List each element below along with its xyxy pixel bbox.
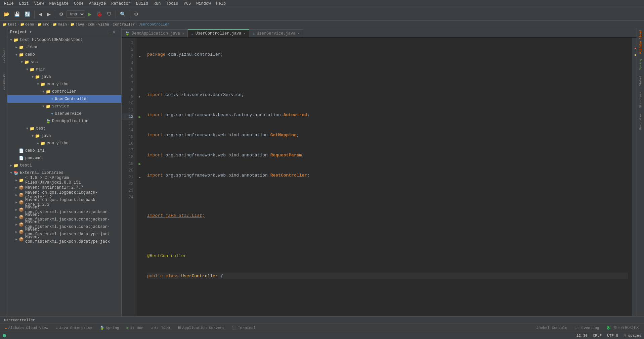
bc-yizhu[interactable]: yizhu bbox=[98, 22, 109, 27]
arrow-maven-jackson3: ▶ bbox=[14, 223, 19, 227]
menu-navigate[interactable]: Navigate bbox=[46, 1, 71, 7]
code-line-1: package com.yizhu.controller; bbox=[147, 51, 628, 58]
tree-item-com-yizhu[interactable]: ▼ 📁 com.yizhu bbox=[7, 81, 121, 88]
bottom-tab-alibaba[interactable]: ☁ Alibaba Cloud View bbox=[1, 325, 51, 331]
tree-item-java2[interactable]: ▼ 📁 java bbox=[7, 132, 121, 140]
toolbar-run-config[interactable]: ⚙ bbox=[57, 10, 65, 18]
bc-com[interactable]: com bbox=[88, 22, 94, 27]
menu-build[interactable]: Build bbox=[133, 1, 151, 7]
icon-test-sub: 📁 bbox=[30, 126, 35, 131]
tree-item-userservice[interactable]: ● UserService bbox=[7, 110, 121, 117]
icon-maven-antlr: 📦 bbox=[19, 185, 24, 190]
toolbar-debug-btn[interactable]: 🐞 bbox=[95, 10, 104, 18]
toolbar-settings-btn[interactable]: ⚙ bbox=[132, 10, 140, 18]
icon-java2: 📁 bbox=[35, 134, 40, 139]
tree-item-demo-iml[interactable]: 📄 demo.iml bbox=[7, 147, 121, 154]
bottom-tab-java-enterprise[interactable]: ☕ Java Enterprise bbox=[52, 325, 96, 331]
bottom-tab-app-servers[interactable]: 🖥 Application Servers bbox=[174, 325, 228, 331]
menu-analyze[interactable]: Analyze bbox=[86, 1, 109, 7]
right-icon-jrebel[interactable]: JRebel bbox=[638, 75, 643, 87]
tab-demoapplication[interactable]: 🍃 DemoApplication.java ✕ bbox=[122, 29, 188, 37]
menu-refactor[interactable]: Refactor bbox=[109, 1, 133, 7]
menu-window[interactable]: Window bbox=[194, 1, 213, 7]
tab-close-demoapplication[interactable]: ✕ bbox=[182, 32, 184, 36]
icon-test1: 📁 bbox=[13, 163, 18, 168]
tree-item-jdk[interactable]: ▶ 📁 < 1.8 > C:\Program Files\Java\jdk1.8… bbox=[7, 177, 121, 184]
tree-item-demo[interactable]: ▼ 📁 demo bbox=[7, 51, 121, 58]
toolbar-sync-btn[interactable]: 🔄 bbox=[23, 10, 32, 18]
status-position[interactable]: 12:30 bbox=[576, 334, 588, 338]
menu-tools[interactable]: Tools bbox=[164, 1, 181, 7]
right-icon-alibaba[interactable]: Alibaba Cloud bbox=[638, 30, 643, 54]
left-icon-project[interactable]: Project bbox=[1, 50, 6, 64]
sidebar-icon-minimize[interactable]: — bbox=[116, 30, 119, 34]
toolbar-back-btn[interactable]: ◀ bbox=[37, 10, 44, 18]
icon-idea: 📁 bbox=[19, 45, 24, 50]
label-controller: controller bbox=[52, 89, 76, 94]
tree-item-test1[interactable]: ▶ 📁 test1 bbox=[7, 162, 121, 169]
sidebar-icon-settings[interactable]: ⚙ bbox=[113, 30, 115, 34]
menu-edit[interactable]: Edit bbox=[16, 1, 32, 7]
bottom-tab-run[interactable]: ▶ 1: Run bbox=[123, 325, 147, 331]
tree-item-pom-xml[interactable]: 📄 pom.xml bbox=[7, 154, 121, 162]
tab-close-usercontroller[interactable]: ✕ bbox=[244, 32, 246, 36]
tree-item-src[interactable]: ▼ 📁 src bbox=[7, 58, 121, 66]
toolbar-search-btn[interactable]: 🔍 bbox=[118, 10, 127, 18]
bc-src[interactable]: 📁 src bbox=[38, 22, 49, 27]
left-icon-structure[interactable]: Structure bbox=[1, 73, 6, 91]
icon-maven-logback2: 📦 bbox=[19, 200, 24, 205]
tree-item-test-sub[interactable]: ▼ 📁 test bbox=[7, 125, 121, 132]
toolbar-save-btn[interactable]: 💾 bbox=[12, 10, 22, 18]
menu-file[interactable]: File bbox=[1, 1, 16, 7]
menu-code[interactable]: Code bbox=[71, 1, 86, 7]
code-editor[interactable]: package com.yizhu.controller; import com… bbox=[143, 38, 632, 316]
status-indent[interactable]: 4 spaces bbox=[624, 334, 641, 338]
toolbar-coverage-btn[interactable]: 🛡 bbox=[105, 10, 113, 18]
bottom-tab-spring[interactable]: 🍃 Spring bbox=[96, 325, 123, 331]
tree-item-test[interactable]: ▼ 📁 test F:\code\IDEACode\test bbox=[7, 36, 121, 44]
status-crlf[interactable]: CRLF bbox=[593, 334, 602, 338]
bc-controller[interactable]: controller bbox=[113, 22, 135, 27]
bottom-tab-terminal[interactable]: ⬛ Terminal bbox=[228, 325, 259, 331]
toolbar-run-btn[interactable]: ▶ bbox=[86, 10, 93, 18]
menu-view[interactable]: View bbox=[32, 1, 47, 7]
tree-item-main[interactable]: ▼ 📁 main bbox=[7, 66, 121, 73]
tab-usercontroller[interactable]: ☕ UserController.java ✕ bbox=[188, 29, 249, 37]
bottom-tab-jrebel-console[interactable]: JRebel Console bbox=[533, 325, 570, 331]
tree-item-service[interactable]: ▼ 📁 service bbox=[7, 103, 121, 110]
right-icon-spring[interactable]: Spring bbox=[638, 58, 643, 70]
tree-item-demoapplication[interactable]: 🍃 DemoApplication bbox=[7, 117, 121, 125]
label-com-yizhu: com.yizhu bbox=[47, 82, 69, 87]
bc-demo[interactable]: 📁 demo bbox=[20, 22, 34, 27]
tab-userservice[interactable]: ☕ UserService.java ✕ bbox=[249, 29, 303, 37]
arrow-test1: ▶ bbox=[9, 163, 13, 167]
bc-main[interactable]: 📁 main bbox=[53, 22, 67, 27]
bc-usercontroller[interactable]: UserController bbox=[138, 22, 169, 27]
tab-close-userservice[interactable]: ✕ bbox=[297, 32, 299, 36]
menu-run[interactable]: Run bbox=[151, 1, 164, 7]
tree-item-com-yizhu2[interactable]: ▶ 📁 com.yizhu bbox=[7, 140, 121, 147]
tab-icon-demoapplication: 🍃 bbox=[125, 31, 130, 36]
toolbar-open-btn[interactable]: 📂 bbox=[2, 10, 11, 18]
status-charset[interactable]: UTF-8 bbox=[607, 334, 618, 338]
arrow-maven-jackson2: ▶ bbox=[14, 215, 19, 219]
tree-item-maven-jackson5[interactable]: ▶ 📦 Maven: com.fasterxml.jackson.datatyp… bbox=[7, 236, 121, 243]
bottom-tab-china-community[interactable]: 🐉 拉土豆技术社区 bbox=[603, 325, 643, 331]
menu-vcs[interactable]: VCS bbox=[181, 1, 194, 7]
tree-item-usercontroller[interactable]: ● UserController bbox=[7, 95, 121, 103]
right-icon-structure[interactable]: Structure bbox=[638, 91, 643, 109]
menu-help[interactable]: Help bbox=[213, 1, 228, 7]
toolbar-config-dropdown[interactable]: tmp bbox=[67, 10, 85, 18]
bottom-tab-event-log[interactable]: 1: EventLog bbox=[571, 325, 603, 331]
bc-test[interactable]: 📁 test bbox=[3, 22, 16, 27]
toolbar-forward-btn[interactable]: ▶ bbox=[45, 10, 52, 18]
sidebar-icon-equalize[interactable]: ⚌ bbox=[108, 30, 112, 34]
editor-content[interactable]: 1 2 3 4 5 6 7 8 9 10 11 12 13 14 15 16 1 bbox=[122, 38, 637, 316]
right-icon-favorites[interactable]: Favorites bbox=[638, 113, 643, 131]
tree-item-java[interactable]: ▼ 📁 java bbox=[7, 73, 121, 81]
label-java: java bbox=[41, 75, 51, 79]
bottom-tab-todo[interactable]: ☑ 6: TODO bbox=[147, 325, 173, 331]
bc-java[interactable]: 📁 java bbox=[70, 22, 84, 27]
tree-item-idea[interactable]: ▶ 📁 .idea bbox=[7, 44, 121, 51]
tree-item-controller[interactable]: ▼ 📁 controller bbox=[7, 88, 121, 95]
